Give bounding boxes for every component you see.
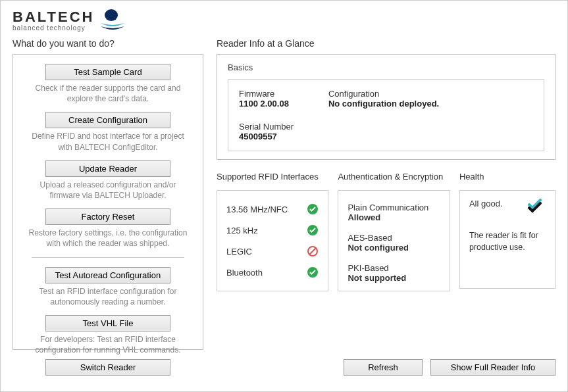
health-status: All good. [469, 199, 503, 208]
logo-tagline: balanced technology [13, 24, 94, 32]
firmware-label: Firmware [239, 89, 289, 99]
basics-title: Basics [228, 62, 544, 72]
check-icon [307, 203, 319, 215]
test-sample-card-desc: Check if the reader supports the card an… [25, 83, 191, 104]
firmware-value: 1100 2.00.08 [239, 99, 289, 109]
basics-panel: Basics Firmware 1100 2.00.08 Configurati… [217, 54, 555, 160]
rfid-name: LEGIC [226, 247, 252, 257]
divider [32, 257, 184, 258]
check-icon [307, 266, 319, 278]
show-full-reader-info-button[interactable]: Show Full Reader Info [430, 359, 555, 376]
health-card: All good. The reader is fit for producti… [459, 190, 555, 289]
rfid-card: 13.56 MHz/NFC 125 kHz LEGIC [217, 190, 328, 291]
rfid-title: Supported RFID Interfaces [217, 172, 328, 184]
auth-name: AES-Based [348, 233, 440, 243]
create-configuration-desc: Define RFID and host interface for a pro… [25, 131, 191, 152]
update-reader-desc: Upload a released configuration and/or f… [25, 180, 191, 201]
logo: BALTECH balanced technology [13, 9, 555, 32]
factory-reset-desc: Restore factory settings, i.e. the confi… [25, 228, 191, 249]
svg-line-4 [309, 248, 316, 255]
rfid-name: 13.56 MHz/NFC [226, 205, 288, 214]
rfid-row: 125 kHz [226, 224, 319, 236]
create-configuration-button[interactable]: Create Configuration [45, 112, 170, 128]
test-vhl-desc: For developers: Test an RFID interface c… [25, 334, 191, 355]
auth-value: Not configured [348, 243, 440, 253]
auth-value: Not supported [348, 273, 440, 283]
switch-reader-button[interactable]: Switch Reader [45, 359, 170, 376]
rfid-row: Bluetooth [226, 266, 319, 278]
logo-mark-icon [99, 9, 126, 28]
check-icon [307, 224, 319, 236]
factory-reset-button[interactable]: Factory Reset [45, 208, 170, 225]
configuration-value: No configuration deployed. [328, 99, 439, 109]
double-check-icon [527, 199, 546, 213]
auth-card: Plain Communication Allowed AES-Based No… [338, 190, 450, 291]
test-autoread-button[interactable]: Test Autoread Configuration [45, 267, 170, 283]
health-title: Health [459, 172, 555, 184]
test-sample-card-button[interactable]: Test Sample Card [45, 64, 170, 80]
auth-name: PKI-Based [348, 263, 440, 273]
right-heading: Reader Info at a Glance [217, 38, 555, 49]
auth-name: Plain Communication [348, 203, 440, 212]
rfid-row: 13.56 MHz/NFC [226, 203, 319, 215]
update-reader-button[interactable]: Update Reader [45, 160, 170, 177]
test-autoread-desc: Test an RFID interface configuration for… [25, 286, 191, 307]
rfid-name: 125 kHz [226, 226, 258, 235]
logo-brand: BALTECH [13, 9, 94, 26]
serial-value: 45009557 [239, 132, 533, 141]
configuration-label: Configuration [328, 89, 439, 99]
svg-point-0 [105, 9, 118, 21]
test-vhl-button[interactable]: Test VHL File [45, 315, 170, 331]
left-heading: What do you want to do? [13, 38, 203, 49]
serial-label: Serial Number [239, 122, 533, 132]
forbidden-icon [307, 245, 319, 257]
rfid-row: LEGIC [226, 245, 319, 257]
refresh-button[interactable]: Refresh [344, 359, 423, 376]
actions-panel: Test Sample Card Check if the reader sup… [13, 54, 203, 350]
health-detail: The reader is fit for productive use. [469, 230, 546, 253]
auth-title: Authentication & Encryption [338, 172, 450, 184]
rfid-name: Bluetooth [226, 268, 263, 278]
auth-value: Allowed [348, 212, 440, 222]
